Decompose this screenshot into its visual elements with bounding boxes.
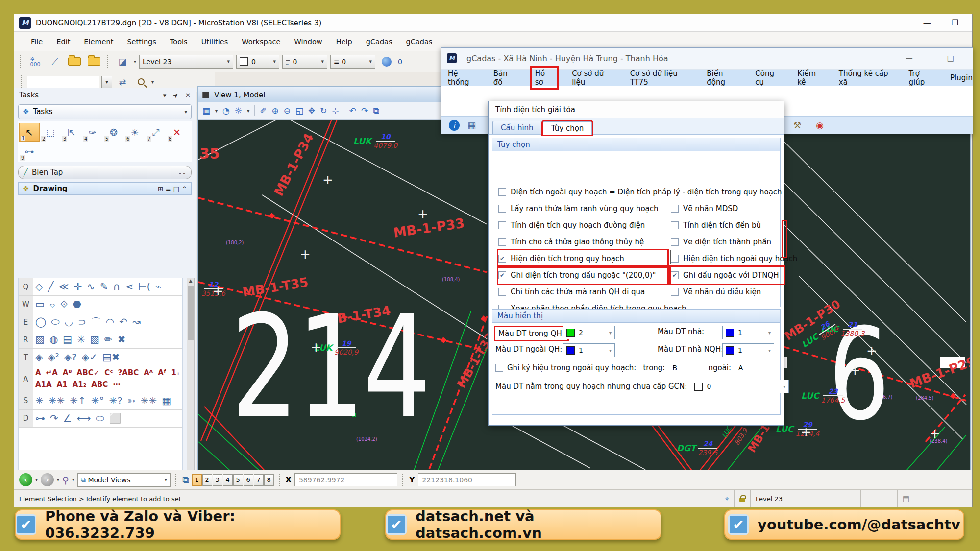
view-tool-icon[interactable]: ⧉ xyxy=(373,106,379,116)
gcadas-title-bar[interactable]: M gCadas - Xã Hà Ninh - Huyện Hà Trung -… xyxy=(441,48,973,70)
tool-icon[interactable]: 1₊ xyxy=(171,368,180,379)
menu-gcadas[interactable]: gCadas xyxy=(406,38,433,46)
option-row[interactable]: Tính diện tích quy hoạch đường điện xyxy=(498,217,667,234)
transparency-globe-icon[interactable] xyxy=(378,54,395,69)
tool-icon[interactable]: ◍ xyxy=(49,333,58,347)
tool-icon[interactable]: ◈ xyxy=(35,350,43,364)
toolbar-grip[interactable] xyxy=(21,75,23,88)
tool-icon[interactable]: ◈² xyxy=(48,350,59,364)
section-bien-tap[interactable]: ╱ Bien Tap ⌄⌄ xyxy=(18,166,192,179)
gcadas-menu-thống-kê-cấp-xã[interactable]: Thống kê cấp xã xyxy=(839,69,894,87)
checkbox[interactable] xyxy=(671,221,679,229)
checkbox[interactable]: ✔ xyxy=(498,255,506,263)
tool-icon[interactable]: ⊃ xyxy=(78,315,86,329)
info-icon[interactable]: i xyxy=(449,120,460,131)
tool-icon[interactable]: ⌔ xyxy=(49,297,55,311)
tool-icon[interactable]: ↵A xyxy=(46,368,58,379)
gcn-color-combo[interactable]: 0▾ xyxy=(691,380,789,393)
task-tool-4[interactable]: ✑4 xyxy=(82,123,103,142)
view-tool-icon[interactable]: ↷ xyxy=(361,106,368,116)
tool-icon[interactable]: A1A xyxy=(35,380,52,390)
view-toggle-6[interactable]: 6 xyxy=(244,474,253,486)
workflow-icon[interactable]: ⇄ xyxy=(114,74,131,89)
checkbox[interactable]: ✔ xyxy=(498,271,506,279)
view-toggle-3[interactable]: 3 xyxy=(213,474,222,486)
tool-icon[interactable]: ▤ xyxy=(63,333,72,347)
tool-icon[interactable]: ✳? xyxy=(109,394,122,408)
view-tool-icon[interactable]: ◱ xyxy=(295,106,303,116)
option-row[interactable]: Chỉ tính các thửa mà ranh QH đi qua xyxy=(498,284,667,300)
status-level[interactable]: Level 23 xyxy=(750,490,824,507)
folder-open-icon[interactable] xyxy=(66,54,83,69)
restore-button[interactable]: ❐ xyxy=(952,18,958,27)
color-combo-nha[interactable]: 1▾ xyxy=(722,326,774,339)
tool-icon[interactable]: ◯ xyxy=(35,315,46,329)
ngoai-field[interactable] xyxy=(735,361,770,374)
menu-edit[interactable]: Edit xyxy=(56,38,70,46)
snap-icon[interactable]: ⌖ xyxy=(720,490,734,507)
tool-icon[interactable]: Aᴬ xyxy=(144,368,153,379)
chevron-down-icon[interactable]: ▾ xyxy=(215,108,218,114)
line-style-combo[interactable]: ⚊┅ 0▾ xyxy=(282,55,327,69)
task-tool-3[interactable]: ⇱3 xyxy=(61,123,82,142)
task-tool-1[interactable]: ↖1 xyxy=(19,123,40,142)
option-row[interactable]: Vẽ nhãn đủ điều kiện xyxy=(671,284,784,300)
toolbar-grip[interactable] xyxy=(20,55,22,68)
support-icon[interactable]: ◉ xyxy=(816,120,824,130)
section-drawing[interactable]: ❖ Drawing ⊞ ≡ ▤ ⌃ xyxy=(18,182,192,195)
cascade-views-icon[interactable]: ⧉ xyxy=(182,474,189,485)
view-tool-icon[interactable]: ↻ xyxy=(320,106,327,116)
option-row[interactable]: Lấy ranh thửa làm ranh vùng quy hoạch xyxy=(498,200,667,217)
tool-icon[interactable]: ✛ xyxy=(74,280,82,294)
tool-icon[interactable]: A1₂ xyxy=(73,380,87,390)
tool-icon[interactable]: ⊢( xyxy=(138,280,150,294)
gcadas-menu-biến-động[interactable]: Biến động xyxy=(707,69,740,87)
task-tool-6[interactable]: ☀6 xyxy=(124,123,145,142)
checkbox[interactable] xyxy=(671,288,679,296)
active-level-combo[interactable]: Level 23▾ xyxy=(139,55,233,69)
checkbox[interactable] xyxy=(498,221,506,229)
tool-icon[interactable]: ◠ xyxy=(106,315,114,329)
view-tool-icon[interactable]: ↶ xyxy=(349,106,356,116)
tool-icon[interactable]: ⋖ xyxy=(125,280,133,294)
menu-file[interactable]: File xyxy=(31,38,43,46)
view-tool-icon[interactable]: ✐ xyxy=(260,106,267,116)
view-tool-icon[interactable]: ⊕ xyxy=(271,106,278,116)
toolbar-grip[interactable] xyxy=(107,55,109,68)
tool-icon[interactable]: ABC✓ xyxy=(77,368,100,379)
tool-icon[interactable]: ◈? xyxy=(64,350,77,364)
toolbar-grip[interactable] xyxy=(402,474,404,486)
task-tool-9[interactable]: ⊶9 xyxy=(19,142,40,161)
active-color-combo[interactable]: 0▾ xyxy=(236,55,279,69)
menu-settings[interactable]: Settings xyxy=(127,38,156,46)
tasks-scrollbar[interactable]: ▲▼ xyxy=(187,278,195,479)
toolbar-grip[interactable] xyxy=(279,474,281,486)
list-view-icon[interactable]: ≡ xyxy=(166,185,171,192)
checkbox[interactable] xyxy=(498,188,506,196)
compass-icon[interactable]: ⚲ xyxy=(62,475,69,485)
gcadas-menu-trợ-giúp[interactable]: Trợ giúp xyxy=(909,69,936,87)
panel-view-icon[interactable]: ▤ xyxy=(173,185,179,192)
tab-tuy-chon[interactable]: Tùy chọn xyxy=(543,121,592,135)
gcadas-menu-kiểm-kê[interactable]: Kiểm kê xyxy=(797,69,824,87)
gcadas-menu-cơ-sở-dữ-liệu[interactable]: Cơ sở dữ liệu xyxy=(572,69,615,87)
tool-icon[interactable]: Aᴮ xyxy=(63,368,72,379)
chevron-down-icon[interactable]: ▾ xyxy=(101,76,112,88)
chevron-down-icon[interactable]: ▾ xyxy=(72,477,74,482)
tasks-combo[interactable]: ❖ Tasks ▾ xyxy=(18,104,192,119)
forward-icon[interactable]: › xyxy=(41,473,54,486)
menu-tools[interactable]: Tools xyxy=(170,38,188,46)
option-row[interactable]: Diện tích ngoài quy hoạch = Diện tích ph… xyxy=(498,184,667,200)
element-template-icon[interactable]: ◪ xyxy=(114,54,131,69)
tool-icon[interactable]: Aᶠ xyxy=(158,368,166,379)
line-weight-combo[interactable]: ≡ 0▾ xyxy=(330,55,375,69)
tool-icon[interactable]: ╱ xyxy=(48,280,53,294)
checkbox[interactable] xyxy=(495,364,503,372)
tool-icon[interactable]: ↷ xyxy=(50,411,58,426)
menu-gcadas[interactable]: gCadas xyxy=(366,38,392,46)
tool-icon[interactable]: ◡ xyxy=(64,315,73,329)
pin-icon[interactable]: ➤ xyxy=(171,91,180,99)
view-tool-icon[interactable]: ✥ xyxy=(308,106,315,116)
gcadas-menu-cơ-sở-dữ-liệu-tt75[interactable]: Cơ sở dữ liệu TT75 xyxy=(630,69,692,87)
find-icon[interactable] xyxy=(133,74,149,89)
